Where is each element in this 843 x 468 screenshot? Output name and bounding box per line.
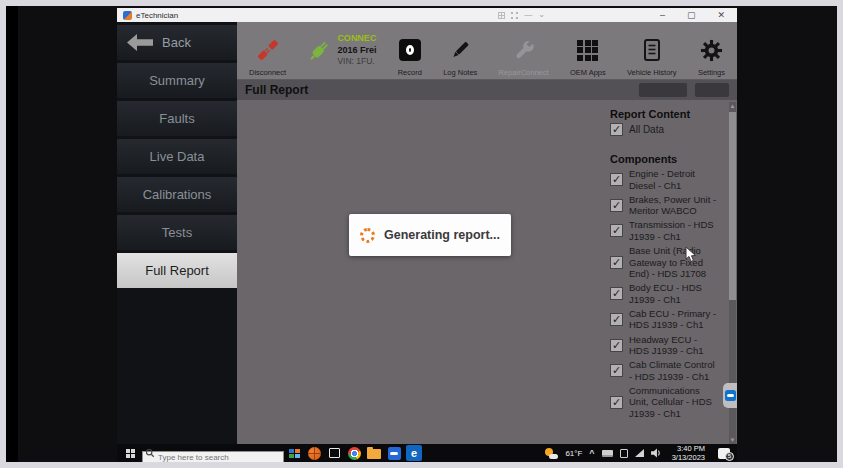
all-data-row: All Data [610,123,726,136]
component-row: Body ECU - HDS J1939 - Ch1 [610,282,726,305]
network-icon[interactable] [635,449,644,457]
generating-report-dialog: Generating report... [349,214,511,256]
chevron-down-icon[interactable]: ⌄ [538,11,545,19]
sidebar-item-calibrations[interactable]: Calibrations [117,177,237,212]
component-label: Body ECU - HDS J1939 - Ch1 [629,282,719,305]
component-checkbox[interactable] [610,256,623,269]
scrollbar-thumb[interactable] [729,112,736,300]
report-action-button-1[interactable] [639,83,687,97]
sidebar-nav: Back Summary Faults Live Data Calibratio… [117,22,237,444]
minimize-button[interactable]: – [660,11,665,20]
weather-icon[interactable] [545,448,558,459]
gear-icon [700,34,723,66]
temperature-label[interactable]: 61°F [565,449,582,458]
disconnect-button[interactable]: Disconnect [249,25,286,77]
component-row: Communications Unit, Cellular - HDS J193… [610,385,726,420]
component-row: Brakes, Power Unit - Meritor WABCO [610,194,726,217]
teamviewer-taskbar-icon[interactable] [384,444,404,462]
component-row: Cab ECU - Primary - HDS J1939 - Ch1 [610,308,726,331]
search-input[interactable] [142,451,284,463]
clock-time: 3:40 PM [677,444,705,453]
apps-grid-icon [577,40,598,61]
pencil-icon [448,34,472,66]
sidebar-item-live-data[interactable]: Live Data [117,139,237,174]
component-checkbox[interactable] [610,287,623,300]
sidebar-item-summary[interactable]: Summary [117,63,237,98]
oem-apps-button[interactable]: OEM Apps [570,25,606,77]
settings-button[interactable]: Settings [698,25,725,77]
volume-icon[interactable] [651,448,662,458]
component-checkbox[interactable] [610,199,623,212]
component-checkbox[interactable] [610,224,623,237]
vehicle-status: CONNEC 2016 Frei VIN: 1FU. [307,25,376,77]
back-label: Back [162,35,191,50]
component-row: Engine - Detroit Diesel - Ch1 [610,168,726,191]
report-action-button-2[interactable] [695,83,729,97]
overlay-minimize-icon[interactable]: — [524,11,532,19]
document-icon [642,34,662,66]
wrench-icon [512,34,536,66]
search-icon [145,448,155,458]
file-explorer-icon[interactable] [364,444,384,462]
all-data-checkbox[interactable] [610,123,623,136]
windows-taskbar: e 61°F ^ 3:40 PM 3/13/2023 5 [117,444,737,462]
component-row: Headway ECU - HDS J1939 - Ch1 [610,334,726,357]
scroll-down-icon[interactable]: ▼ [729,437,736,443]
component-row: Transmission - HDS J1939 - Ch1 [610,219,726,242]
scroll-up-icon[interactable]: ▲ [729,103,736,109]
component-checkbox[interactable] [610,313,623,326]
remote-screen: eTechnician — ⌄ – ▢ ✕ Back [117,8,737,462]
repairconnect-button[interactable]: RepairConnect [499,25,549,77]
close-button[interactable]: ✕ [717,11,725,20]
teamviewer-side-tab[interactable] [723,383,737,408]
screenshot-frame: eTechnician — ⌄ – ▢ ✕ Back [0,0,843,468]
component-label: Base Unit (Radio Gateway to Fixed End) -… [629,245,719,280]
component-checkbox[interactable] [610,339,623,352]
device-icon[interactable] [620,449,628,458]
system-tray: 61°F ^ 3:40 PM 3/13/2023 5 [545,444,734,462]
mouse-cursor [685,246,697,267]
maximize-button[interactable]: ▢ [687,11,696,20]
connection-status: CONNEC [337,33,376,44]
app-toolbar: Disconnect [237,22,737,80]
sidebar-item-tests[interactable]: Tests [117,215,237,250]
taskbar-search[interactable] [142,446,284,460]
sidebar-item-full-report[interactable]: Full Report [117,253,237,288]
clock-date: 3/13/2023 [672,453,705,462]
component-label: Cab Climate Control - HDS J1939 - Ch1 [629,359,719,382]
touch-keyboard-icon[interactable] [602,450,613,457]
disconnect-plug-icon [255,34,281,66]
desktop-background: eTechnician — ⌄ – ▢ ✕ Back [6,6,837,462]
notification-badge: 5 [725,452,734,461]
task-view-icon[interactable] [324,444,344,462]
component-checkbox[interactable] [610,396,623,409]
hidden-icons-chevron[interactable]: ^ [589,449,594,458]
action-center-icon[interactable]: 5 [718,448,730,459]
component-checkbox[interactable] [610,173,623,186]
chrome-icon[interactable] [344,444,364,462]
log-notes-button[interactable]: Log Notes [443,25,477,77]
component-label: Cab ECU - Primary - HDS J1939 - Ch1 [629,308,719,331]
vehicle-history-button[interactable]: Vehicle History [627,25,677,77]
taskbar-clock[interactable]: 3:40 PM 3/13/2023 [672,444,705,462]
window-title: eTechnician [136,11,178,20]
record-button[interactable]: Record [398,25,422,77]
basketball-app-icon[interactable] [304,444,324,462]
component-checkbox[interactable] [610,364,623,377]
grid-icon[interactable] [498,12,505,19]
overlay-toolbar: — ⌄ [498,11,545,19]
back-button[interactable]: Back [117,25,237,60]
sidebar-item-faults[interactable]: Faults [117,101,237,136]
dots-icon[interactable] [511,12,518,19]
component-label: Transmission - HDS J1939 - Ch1 [629,219,719,242]
start-button[interactable] [120,444,140,462]
components-header: Components [610,153,726,165]
edge-icon[interactable]: e [404,444,424,462]
report-content-header: Report Content [610,108,726,120]
report-header-bar: Full Report [237,80,737,100]
component-label: Headway ECU - HDS J1939 - Ch1 [629,334,719,357]
component-row: Cab Climate Control - HDS J1939 - Ch1 [610,359,726,382]
report-options-panel: Report Content All Data Components Engin… [610,104,726,422]
component-label: Engine - Detroit Diesel - Ch1 [629,168,719,191]
diagram-app-icon[interactable] [284,444,304,462]
